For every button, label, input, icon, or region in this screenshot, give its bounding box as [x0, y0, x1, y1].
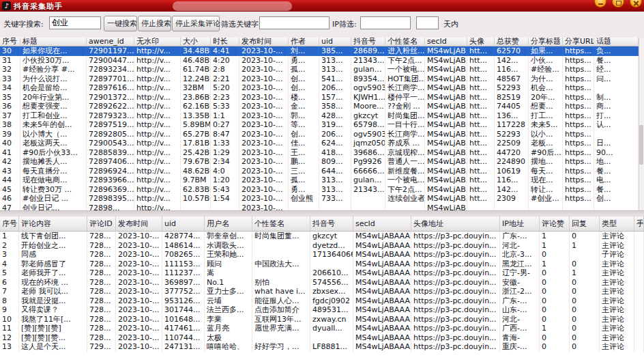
column-header[interactable]: 分享URL — [563, 38, 594, 46]
table-row[interactable]: 2开始创业之...728...2023-10-...148614...水调歌头.… — [0, 241, 644, 251]
table-cell: 青海- — [500, 333, 540, 343]
table-row[interactable]: 45转让费30万 ...72896369...http://v...62.83B… — [0, 185, 639, 195]
table-cell: 王荣和她... — [205, 250, 252, 260]
column-header[interactable]: 时长 — [211, 38, 239, 46]
column-header[interactable]: 序号 — [0, 217, 19, 232]
column-header[interactable]: 序号 — [0, 38, 20, 46]
column-header[interactable]: 抖音号 — [310, 217, 353, 232]
table-row[interactable]: 7老师 我可以...728...2023-10-...377752...亚力士多… — [0, 287, 644, 296]
table-row[interactable]: 42摆地摊丢人...72897406...http://v...79.67BM2… — [0, 157, 639, 167]
table-row[interactable]: 8我就是没挺...728...2023-10-...953126...云埔能征服… — [0, 296, 644, 306]
table-cell: 长江商学... — [385, 130, 425, 139]
column-header[interactable]: 发布时间 — [239, 38, 289, 46]
column-header[interactable]: 个性签名 — [385, 38, 425, 46]
table-cell: MS4wLjAB... — [425, 46, 467, 56]
column-header[interactable]: 类型 — [600, 217, 634, 232]
table-cell: 1 — [540, 260, 570, 269]
table-cell: 广东-... — [500, 296, 540, 306]
column-header[interactable]: 大小 — [181, 38, 211, 46]
table-row[interactable]: 46#创业日记 ...72898395...http://v...10.57BM… — [0, 194, 639, 204]
table-cell: 62.16BM — [181, 102, 211, 111]
video-table-scrollbar[interactable] — [639, 38, 644, 210]
table-cell: https://p3-pc.douyin... — [411, 342, 500, 352]
column-header[interactable]: 总获赞 — [495, 38, 529, 46]
table-row[interactable]: 11[赞][赞][赞]728...2023-10-...417461...蓝月亮… — [0, 324, 644, 333]
column-header[interactable]: 头像地址 — [411, 217, 500, 232]
table-row[interactable]: 12[赞][赞][赞...728...2023-10-...110744...太… — [0, 333, 644, 343]
days-input[interactable] — [416, 16, 439, 29]
table-row[interactable]: 44现在做电商...72893966...http://v...9.7BM1:2… — [0, 176, 639, 185]
table-row[interactable]: 37打工和创业...72879323...http://v...13.35BM1… — [0, 111, 639, 121]
stop-search-button[interactable]: 停止搜索 — [138, 16, 171, 31]
table-cell: 开始创业之... — [19, 241, 87, 251]
column-header[interactable]: 标题 — [20, 38, 87, 46]
table-row[interactable]: 3520年行业第...72901372...http://v...23.86BM… — [0, 93, 639, 102]
column-header[interactable]: IP地址 — [500, 217, 540, 232]
table-cell: 为什么说打... — [20, 74, 87, 84]
table-row[interactable]: 39以小博大（...72892805...http://v...65.27BM8… — [0, 130, 639, 139]
table-row[interactable]: 43每天直播分...72896924...http://v...48.62BM4… — [0, 167, 639, 176]
table-cell: https://p3-pc.douyin... — [411, 250, 500, 260]
table-row-partial[interactable]: 47创业日记...72898...http://v...2023-10-...M… — [0, 204, 639, 211]
minimize-button[interactable] — [594, 0, 606, 8]
table-row[interactable]: 10我熬了11年[...728...2023-10-...101648...李業… — [0, 315, 644, 324]
table-cell: 62570 — [495, 46, 529, 56]
table-cell: 想要... — [529, 102, 563, 111]
table-cell: 我熬了11年[... — [19, 315, 87, 324]
column-header[interactable]: 评论赞 — [540, 217, 570, 232]
search-button[interactable]: 一键搜索 — [104, 16, 137, 31]
column-header[interactable]: 评论内容 — [19, 217, 87, 232]
app-logo-icon: ♪ — [2, 1, 11, 10]
column-header[interactable]: 发布时间 — [116, 217, 162, 232]
stop-collect-comments-button[interactable]: 停止采集评论 — [172, 16, 220, 31]
column-header[interactable]: 抖音号 — [351, 38, 385, 46]
column-header[interactable]: awene_id — [87, 38, 134, 46]
table-row[interactable]: 3同感728...2023-10-...708265...王荣和她...1713… — [0, 250, 644, 260]
table-row[interactable]: 31小伙投30万...72900447...http://v...46.48BM… — [0, 56, 639, 66]
column-header[interactable]: secId — [425, 38, 467, 46]
table-row[interactable]: 34机会是留给...72897616...http://v...32BM5:20… — [0, 83, 639, 93]
column-header[interactable]: 作者 — [289, 38, 319, 46]
table-row[interactable]: 13这人是个天...729...2023-10-...247131...嘻嘻哈哈… — [0, 342, 644, 352]
table-row[interactable]: 30如果你现在...72901197...http://v...34.48BM4… — [0, 46, 639, 56]
table-row[interactable]: 41#90后小伙33...72885839...http://v...25.42… — [0, 148, 639, 158]
table-row[interactable]: 32#经验分享 #...72893234...http://v...61.74B… — [0, 65, 639, 74]
table-row[interactable]: 4郭老师感冒了728...2023-10-...111153...顾问中国政法大… — [0, 260, 644, 269]
table-cell: 0 — [570, 315, 600, 324]
table-cell: 商... — [594, 102, 639, 111]
column-header[interactable]: uid — [319, 38, 351, 46]
filter-keyword-input[interactable] — [259, 16, 330, 29]
table-row[interactable]: 33为什么说打...72897701...http://v...12.24BM2… — [0, 74, 639, 84]
table-cell: 河北- — [500, 315, 540, 324]
table-cell: 11 — [0, 324, 19, 333]
column-header[interactable]: 话题 — [594, 38, 639, 46]
table-row[interactable]: 36想要变强变...72892622...http://v...62.16BM5… — [0, 102, 639, 111]
table-cell: 2:34 — [211, 157, 239, 167]
column-header[interactable]: secId — [353, 217, 411, 232]
column-header[interactable]: 手 — [634, 217, 644, 232]
column-header[interactable]: 无水印 — [134, 38, 181, 46]
column-header[interactable]: 评论ID — [87, 217, 116, 232]
table-row[interactable]: 5老师我开了...728...2023-10-...111237...嵩2066… — [0, 268, 644, 278]
table-row[interactable]: 38未来5年的创...72897519...http://v...5.89BM0… — [0, 120, 639, 130]
column-header[interactable]: uid — [162, 217, 205, 232]
column-header[interactable]: 个性签名 — [252, 217, 310, 232]
ip-filter-input[interactable] — [360, 16, 411, 29]
table-cell: gulan... — [351, 176, 385, 185]
table-row[interactable]: 9又得卖课？728...2023-10-...301744...法兰西多...点… — [0, 305, 644, 315]
table-cell: 728... — [87, 324, 116, 333]
table-row[interactable]: 40老板这两天...72900543...http://v...17.81BM1… — [0, 139, 639, 148]
close-button[interactable] — [630, 0, 642, 8]
maximize-button[interactable] — [612, 0, 624, 8]
column-header[interactable]: 分享标题 — [529, 38, 563, 46]
column-header[interactable]: 用户名 — [205, 217, 252, 232]
column-header[interactable]: 头像 — [467, 38, 495, 46]
table-cell: http://v... — [134, 157, 181, 167]
table-cell: 0 — [540, 287, 570, 296]
table-row[interactable]: 1线下青创团...728...2023-10-...428774...郭奎章创.… — [0, 232, 644, 241]
table-cell: 17.81BM — [181, 139, 211, 148]
column-header[interactable]: 回复 — [570, 217, 600, 232]
table-row[interactable]: 6现在的环境 ...728...2023-10-...369897...No.1… — [0, 278, 644, 288]
scrollbar-thumb[interactable] — [639, 125, 643, 165]
keyword-search-input[interactable] — [49, 16, 101, 29]
